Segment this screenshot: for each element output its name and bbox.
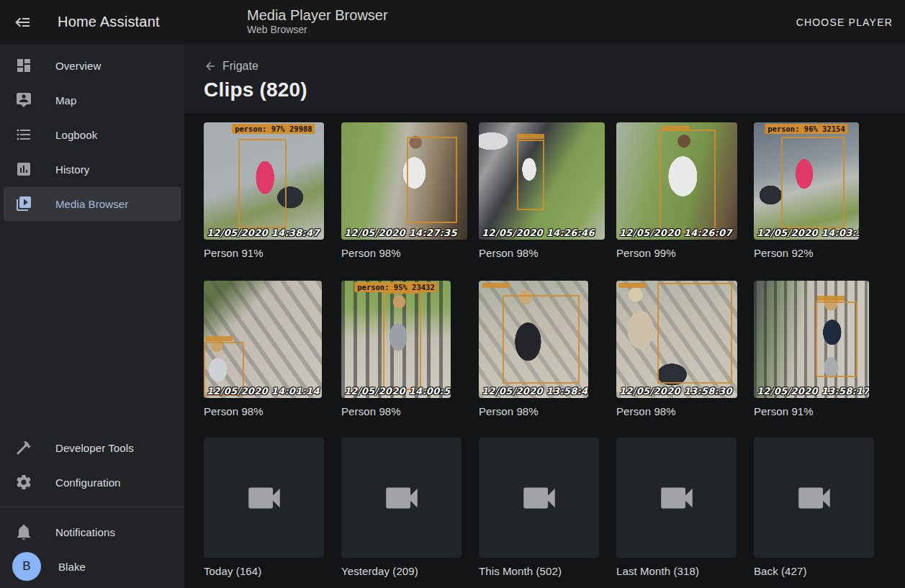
sidebar-divider <box>0 507 184 507</box>
sidebar-item-configuration[interactable]: Configuration <box>4 465 181 499</box>
clip-thumbnail: 12/05/2020 14:01:14 <box>204 281 322 398</box>
timestamp-overlay: 12/05/2020 14:00:52 <box>344 386 451 397</box>
clip-item[interactable]: 12/05/2020 13:58:30 Person 98% <box>616 281 754 417</box>
person-bounding-box <box>659 130 715 232</box>
folder-card <box>341 438 461 558</box>
clip-item[interactable]: person: 95% 23432 12/05/2020 14:00:52 Pe… <box>341 281 479 417</box>
mini-detection-label <box>205 336 233 341</box>
clip-item[interactable]: 12/05/2020 14:01:14 Person 98% <box>204 281 341 417</box>
bell-icon <box>15 523 32 540</box>
app-title: Home Assistant <box>58 14 160 30</box>
sidebar-item-label: Map <box>55 94 76 107</box>
person-bounding-box <box>781 137 845 228</box>
sidebar-bottom: Notifications B Blake <box>0 515 184 588</box>
folder-item[interactable]: This Month (502) <box>479 438 616 577</box>
sidebar-item-map[interactable]: Map <box>4 83 181 117</box>
person-bounding-box <box>816 302 857 376</box>
video-camera-icon <box>793 477 835 519</box>
timestamp-overlay: 12/05/2020 14:27:35 <box>344 227 457 238</box>
choose-player-button[interactable]: CHOOSE PLAYER <box>796 0 893 44</box>
sidebar-item-history[interactable]: History <box>4 152 181 186</box>
panel-subtitle: Web Browser <box>247 24 388 36</box>
media-browser-panel: Frigate Clips (820) person: 97% 29988 12… <box>184 44 905 588</box>
clip-item[interactable]: 12/05/2020 14:27:35 Person 98% <box>341 122 479 259</box>
timestamp-overlay: 12/05/2020 14:38:47 <box>207 227 320 238</box>
video-camera-icon <box>518 477 560 519</box>
detection-label: person: 95% 23432 <box>354 282 437 292</box>
app-header: Home Assistant Media Player Browser Web … <box>0 0 905 44</box>
clip-thumbnail: person: 97% 29988 12/05/2020 14:38:47 <box>204 122 324 240</box>
hammer-icon <box>15 439 32 456</box>
breadcrumb-label: Frigate <box>222 60 258 73</box>
folder-card <box>204 438 324 558</box>
sidebar-item-developer-tools[interactable]: Developer Tools <box>4 430 181 465</box>
clip-item[interactable]: 12/05/2020 14:26:07 Person 99% <box>616 122 754 259</box>
clip-thumbnail: person: 96% 32154 12/05/2020 14:03:17 <box>754 122 859 240</box>
clip-caption: Person 98% <box>479 247 616 259</box>
clip-thumbnail: person: 95% 23432 12/05/2020 14:00:52 <box>341 281 451 398</box>
sidebar-item-logbook[interactable]: Logbook <box>4 117 181 152</box>
clip-thumbnail: 12/05/2020 14:26:46 <box>479 122 605 240</box>
video-camera-icon <box>381 477 423 519</box>
folder-card <box>754 438 874 558</box>
mini-detection-label <box>662 126 690 131</box>
clip-caption: Person 98% <box>616 405 754 417</box>
sidebar-item-overview[interactable]: Overview <box>4 48 181 83</box>
folder-item[interactable]: Today (164) <box>204 438 341 577</box>
timestamp-overlay: 12/05/2020 14:01:14 <box>207 386 320 397</box>
sidebar-item-label: Logbook <box>55 129 97 141</box>
sidebar-toggle-icon[interactable] <box>14 14 32 31</box>
folder-item[interactable]: Yesterday (209) <box>341 438 479 577</box>
sidebar-item-label: Configuration <box>55 476 121 489</box>
clip-caption: Person 91% <box>754 405 891 417</box>
person-bounding-box <box>657 283 732 384</box>
clip-item[interactable]: person: 97% 29988 12/05/2020 14:38:47 Pe… <box>204 122 341 259</box>
sidebar-item-label: Developer Tools <box>55 442 134 454</box>
folder-item[interactable]: Back (427) <box>754 438 891 577</box>
clip-item[interactable]: 12/05/2020 13:58:49 Person 98% <box>479 281 616 417</box>
sidebar-header: Home Assistant <box>0 0 184 44</box>
mini-detection-label <box>618 283 646 288</box>
sidebar: Overview Map Logbook History Media Brows… <box>0 44 184 588</box>
clip-item[interactable]: 12/05/2020 13:58:17 Person 91% <box>754 281 891 417</box>
play-box-multiple-icon <box>15 195 32 212</box>
clip-caption: Person 98% <box>341 405 479 417</box>
clip-thumbnail: 12/05/2020 14:27:35 <box>341 122 467 240</box>
sidebar-item-label: Notifications <box>55 526 115 538</box>
detection-label: person: 96% 32154 <box>765 124 847 134</box>
person-bounding-box <box>383 292 421 389</box>
video-camera-icon <box>243 477 285 519</box>
folder-item[interactable]: Last Month (318) <box>616 438 754 577</box>
sidebar-item-notifications[interactable]: Notifications <box>4 515 181 549</box>
folders-grid: Today (164) Yesterday (209) <box>204 438 905 577</box>
user-name-label: Blake <box>58 561 86 573</box>
clip-thumbnail: 12/05/2020 13:58:17 <box>754 281 869 398</box>
clip-caption: Person 98% <box>204 405 341 417</box>
panel-header: Frigate Clips (820) <box>184 44 905 113</box>
panel-title: Media Player Browser <box>247 6 388 24</box>
timestamp-overlay: 12/05/2020 14:03:17 <box>757 227 859 238</box>
clip-item[interactable]: person: 96% 32154 12/05/2020 14:03:17 Pe… <box>754 122 891 259</box>
folder-caption: This Month (502) <box>479 565 616 577</box>
folder-card <box>479 438 599 558</box>
cog-icon <box>15 474 32 491</box>
person-bounding-box <box>503 295 579 384</box>
sidebar-item-label: History <box>55 163 89 176</box>
sidebar-item-label: Media Browser <box>55 198 128 210</box>
folder-caption: Yesterday (209) <box>341 565 479 577</box>
sidebar-item-media-browser[interactable]: Media Browser <box>4 186 181 221</box>
timestamp-overlay: 12/05/2020 13:58:30 <box>619 386 732 397</box>
panel-title-block: Media Player Browser Web Browser <box>247 8 388 36</box>
format-list-bulleted-icon <box>15 126 32 143</box>
person-bounding-box <box>238 139 287 228</box>
breadcrumb-back-link[interactable]: Frigate <box>204 60 258 73</box>
mini-detection-label <box>482 283 510 288</box>
clip-item[interactable]: 12/05/2020 14:26:46 Person 98% <box>479 122 616 259</box>
avatar: B <box>12 552 41 581</box>
sidebar-item-label: Overview <box>55 60 101 72</box>
panel-header-bar: Media Player Browser Web Browser CHOOSE … <box>184 0 905 44</box>
view-dashboard-icon <box>15 57 32 74</box>
timestamp-overlay: 12/05/2020 14:26:46 <box>482 227 595 238</box>
sidebar-item-user-profile[interactable]: B Blake <box>4 549 181 584</box>
timestamp-overlay: 12/05/2020 14:26:07 <box>619 227 732 238</box>
